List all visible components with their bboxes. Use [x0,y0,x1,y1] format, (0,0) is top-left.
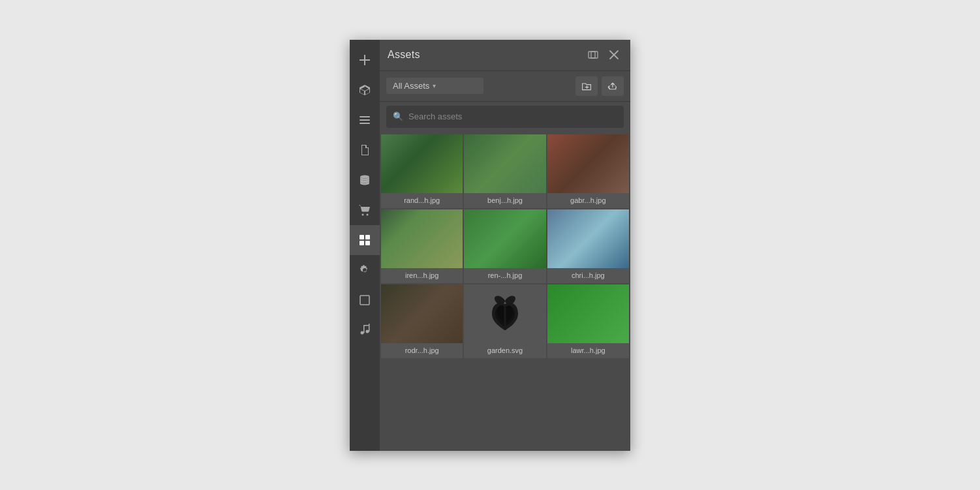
sidebar-item-cart[interactable] [350,195,380,225]
expand-icon [588,50,598,60]
sidebar-item-pages[interactable] [350,135,380,165]
expand-panel-button[interactable] [585,46,602,63]
all-assets-label: All Assets [393,81,429,91]
main-panel: Assets All Assets [380,40,630,451]
sidebar-item-pages2[interactable] [350,285,380,315]
svg-rect-2 [360,116,370,117]
asset-thumbnail [464,284,545,343]
svg-rect-18 [589,52,595,58]
svg-point-14 [366,329,369,333]
all-assets-dropdown[interactable]: All Assets ▾ [386,78,483,94]
svg-rect-12 [360,296,369,305]
sidebar-item-add[interactable] [350,45,380,75]
garden-svg-icon [485,291,525,337]
svg-point-5 [360,175,369,178]
new-folder-button[interactable] [575,76,598,96]
asset-label: chri...h.jpg [569,271,607,279]
asset-thumbnail [464,209,545,268]
asset-item[interactable]: lawr...h.jpg [547,284,629,358]
sidebar-item-media[interactable] [350,315,380,345]
asset-item[interactable]: chri...h.jpg [547,209,629,283]
svg-rect-17 [363,325,369,326]
svg-rect-4 [360,123,370,124]
asset-thumbnail [381,284,463,343]
upload-button[interactable] [602,76,624,96]
svg-rect-15 [363,325,365,333]
chevron-down-icon: ▾ [433,82,436,89]
asset-label: benj...h.jpg [485,196,525,204]
asset-label: rand...h.jpg [401,196,442,204]
close-icon [609,50,619,60]
svg-point-13 [361,331,364,334]
asset-label: ren-...h.jpg [485,271,525,279]
asset-item[interactable]: gabr...h.jpg [547,134,629,208]
svg-rect-19 [591,52,598,58]
asset-item[interactable]: benj...h.jpg [464,134,545,208]
sidebar [350,40,380,451]
asset-thumbnail [547,284,629,343]
app-container: Assets All Assets [350,40,630,451]
asset-item[interactable]: iren...h.jpg [381,209,463,283]
asset-label: garden.svg [485,346,525,354]
asset-item[interactable]: rodr...h.jpg [381,284,463,358]
upload-icon [607,81,618,91]
panel-header: Assets [380,40,630,71]
svg-rect-1 [360,59,370,61]
new-folder-icon [581,81,592,91]
asset-thumbnail [547,209,629,268]
asset-label: iren...h.jpg [403,271,441,279]
asset-thumbnail [381,134,463,193]
toolbar: All Assets ▾ [380,71,630,102]
panel-header-actions [585,46,622,63]
search-icon: 🔍 [393,112,403,121]
asset-label: lawr...h.jpg [568,346,608,354]
svg-rect-16 [369,324,370,332]
sidebar-item-settings[interactable] [350,255,380,285]
asset-item[interactable]: garden.svg [464,284,545,358]
sidebar-item-assets[interactable] [350,225,380,255]
svg-rect-23 [585,87,589,87]
sidebar-item-database[interactable] [350,165,380,195]
asset-thumbnail [547,134,629,193]
asset-item[interactable]: rand...h.jpg [381,134,463,208]
sidebar-item-3d[interactable] [350,75,380,105]
asset-thumbnail [381,209,463,268]
svg-point-6 [362,213,364,215]
search-bar: 🔍 [380,102,630,133]
svg-point-7 [367,213,369,215]
search-input[interactable] [408,112,617,121]
asset-item[interactable]: ren-...h.jpg [464,209,545,283]
search-input-wrapper[interactable]: 🔍 [386,106,624,128]
asset-label: rodr...h.jpg [403,346,442,354]
svg-rect-9 [365,235,370,239]
sidebar-item-layers[interactable] [350,105,380,135]
assets-grid: rand...h.jpg benj...h.jpg gabr...h.jpg i… [380,133,630,360]
svg-rect-10 [360,241,364,245]
svg-rect-11 [365,241,370,245]
asset-thumbnail [464,134,545,193]
close-panel-button[interactable] [605,46,622,63]
panel-title: Assets [388,49,420,61]
svg-rect-8 [360,235,364,239]
asset-label: gabr...h.jpg [568,196,608,204]
assets-grid-container[interactable]: rand...h.jpg benj...h.jpg gabr...h.jpg i… [380,133,630,451]
svg-rect-3 [360,119,370,121]
